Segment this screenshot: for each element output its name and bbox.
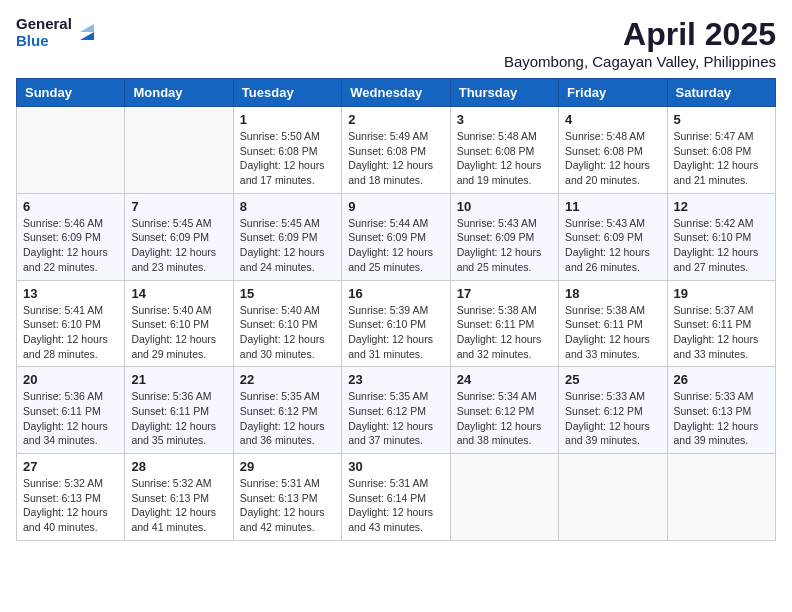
day-cell: 16Sunrise: 5:39 AM Sunset: 6:10 PM Dayli… (342, 280, 450, 367)
day-number: 11 (565, 199, 660, 214)
day-info: Sunrise: 5:36 AM Sunset: 6:11 PM Dayligh… (131, 389, 226, 448)
day-info: Sunrise: 5:32 AM Sunset: 6:13 PM Dayligh… (23, 476, 118, 535)
day-number: 21 (131, 372, 226, 387)
day-info: Sunrise: 5:37 AM Sunset: 6:11 PM Dayligh… (674, 303, 769, 362)
day-cell: 15Sunrise: 5:40 AM Sunset: 6:10 PM Dayli… (233, 280, 341, 367)
page-header: General Blue April 2025 Bayombong, Cagay… (16, 16, 776, 70)
day-cell (450, 454, 558, 541)
day-info: Sunrise: 5:31 AM Sunset: 6:14 PM Dayligh… (348, 476, 443, 535)
day-cell: 4Sunrise: 5:48 AM Sunset: 6:08 PM Daylig… (559, 107, 667, 194)
weekday-header-row: SundayMondayTuesdayWednesdayThursdayFrid… (17, 79, 776, 107)
day-cell: 9Sunrise: 5:44 AM Sunset: 6:09 PM Daylig… (342, 193, 450, 280)
day-number: 22 (240, 372, 335, 387)
day-info: Sunrise: 5:33 AM Sunset: 6:12 PM Dayligh… (565, 389, 660, 448)
day-info: Sunrise: 5:33 AM Sunset: 6:13 PM Dayligh… (674, 389, 769, 448)
day-info: Sunrise: 5:45 AM Sunset: 6:09 PM Dayligh… (240, 216, 335, 275)
month-title: April 2025 (504, 16, 776, 53)
day-number: 9 (348, 199, 443, 214)
weekday-header-tuesday: Tuesday (233, 79, 341, 107)
day-number: 20 (23, 372, 118, 387)
day-info: Sunrise: 5:46 AM Sunset: 6:09 PM Dayligh… (23, 216, 118, 275)
title-block: April 2025 Bayombong, Cagayan Valley, Ph… (504, 16, 776, 70)
day-cell: 21Sunrise: 5:36 AM Sunset: 6:11 PM Dayli… (125, 367, 233, 454)
day-info: Sunrise: 5:40 AM Sunset: 6:10 PM Dayligh… (131, 303, 226, 362)
calendar-table: SundayMondayTuesdayWednesdayThursdayFrid… (16, 78, 776, 541)
logo-container: General Blue (16, 16, 98, 49)
day-cell: 17Sunrise: 5:38 AM Sunset: 6:11 PM Dayli… (450, 280, 558, 367)
day-number: 29 (240, 459, 335, 474)
day-cell: 30Sunrise: 5:31 AM Sunset: 6:14 PM Dayli… (342, 454, 450, 541)
logo-triangle-icon (76, 22, 98, 44)
weekday-header-wednesday: Wednesday (342, 79, 450, 107)
day-cell: 8Sunrise: 5:45 AM Sunset: 6:09 PM Daylig… (233, 193, 341, 280)
logo-general: General (16, 16, 72, 33)
logo-blue: Blue (16, 33, 72, 50)
day-number: 2 (348, 112, 443, 127)
day-number: 25 (565, 372, 660, 387)
svg-marker-0 (80, 32, 94, 40)
week-row-4: 20Sunrise: 5:36 AM Sunset: 6:11 PM Dayli… (17, 367, 776, 454)
day-info: Sunrise: 5:42 AM Sunset: 6:10 PM Dayligh… (674, 216, 769, 275)
week-row-5: 27Sunrise: 5:32 AM Sunset: 6:13 PM Dayli… (17, 454, 776, 541)
day-cell: 11Sunrise: 5:43 AM Sunset: 6:09 PM Dayli… (559, 193, 667, 280)
logo: General Blue (16, 16, 98, 49)
day-info: Sunrise: 5:45 AM Sunset: 6:09 PM Dayligh… (131, 216, 226, 275)
day-info: Sunrise: 5:43 AM Sunset: 6:09 PM Dayligh… (457, 216, 552, 275)
day-info: Sunrise: 5:31 AM Sunset: 6:13 PM Dayligh… (240, 476, 335, 535)
day-cell: 12Sunrise: 5:42 AM Sunset: 6:10 PM Dayli… (667, 193, 775, 280)
day-info: Sunrise: 5:48 AM Sunset: 6:08 PM Dayligh… (457, 129, 552, 188)
day-number: 16 (348, 286, 443, 301)
day-number: 5 (674, 112, 769, 127)
day-number: 6 (23, 199, 118, 214)
day-info: Sunrise: 5:48 AM Sunset: 6:08 PM Dayligh… (565, 129, 660, 188)
week-row-1: 1Sunrise: 5:50 AM Sunset: 6:08 PM Daylig… (17, 107, 776, 194)
day-cell: 29Sunrise: 5:31 AM Sunset: 6:13 PM Dayli… (233, 454, 341, 541)
day-cell (667, 454, 775, 541)
day-info: Sunrise: 5:44 AM Sunset: 6:09 PM Dayligh… (348, 216, 443, 275)
weekday-header-saturday: Saturday (667, 79, 775, 107)
weekday-header-monday: Monday (125, 79, 233, 107)
day-number: 1 (240, 112, 335, 127)
day-info: Sunrise: 5:40 AM Sunset: 6:10 PM Dayligh… (240, 303, 335, 362)
day-info: Sunrise: 5:39 AM Sunset: 6:10 PM Dayligh… (348, 303, 443, 362)
day-cell: 2Sunrise: 5:49 AM Sunset: 6:08 PM Daylig… (342, 107, 450, 194)
weekday-header-thursday: Thursday (450, 79, 558, 107)
day-number: 23 (348, 372, 443, 387)
day-info: Sunrise: 5:38 AM Sunset: 6:11 PM Dayligh… (457, 303, 552, 362)
weekday-header-sunday: Sunday (17, 79, 125, 107)
day-number: 4 (565, 112, 660, 127)
day-number: 28 (131, 459, 226, 474)
day-cell: 13Sunrise: 5:41 AM Sunset: 6:10 PM Dayli… (17, 280, 125, 367)
day-cell: 23Sunrise: 5:35 AM Sunset: 6:12 PM Dayli… (342, 367, 450, 454)
day-info: Sunrise: 5:49 AM Sunset: 6:08 PM Dayligh… (348, 129, 443, 188)
day-number: 15 (240, 286, 335, 301)
day-number: 14 (131, 286, 226, 301)
day-number: 12 (674, 199, 769, 214)
day-cell (125, 107, 233, 194)
day-cell: 18Sunrise: 5:38 AM Sunset: 6:11 PM Dayli… (559, 280, 667, 367)
day-number: 30 (348, 459, 443, 474)
day-info: Sunrise: 5:47 AM Sunset: 6:08 PM Dayligh… (674, 129, 769, 188)
day-cell: 28Sunrise: 5:32 AM Sunset: 6:13 PM Dayli… (125, 454, 233, 541)
day-number: 7 (131, 199, 226, 214)
location-subtitle: Bayombong, Cagayan Valley, Philippines (504, 53, 776, 70)
day-info: Sunrise: 5:35 AM Sunset: 6:12 PM Dayligh… (240, 389, 335, 448)
day-info: Sunrise: 5:36 AM Sunset: 6:11 PM Dayligh… (23, 389, 118, 448)
logo-text: General Blue (16, 16, 72, 49)
day-cell (559, 454, 667, 541)
day-number: 24 (457, 372, 552, 387)
day-number: 3 (457, 112, 552, 127)
day-info: Sunrise: 5:32 AM Sunset: 6:13 PM Dayligh… (131, 476, 226, 535)
day-number: 26 (674, 372, 769, 387)
day-cell: 22Sunrise: 5:35 AM Sunset: 6:12 PM Dayli… (233, 367, 341, 454)
week-row-2: 6Sunrise: 5:46 AM Sunset: 6:09 PM Daylig… (17, 193, 776, 280)
day-cell: 10Sunrise: 5:43 AM Sunset: 6:09 PM Dayli… (450, 193, 558, 280)
day-number: 10 (457, 199, 552, 214)
day-cell: 27Sunrise: 5:32 AM Sunset: 6:13 PM Dayli… (17, 454, 125, 541)
svg-marker-1 (80, 24, 94, 32)
weekday-header-friday: Friday (559, 79, 667, 107)
day-number: 19 (674, 286, 769, 301)
day-number: 18 (565, 286, 660, 301)
day-cell (17, 107, 125, 194)
day-number: 17 (457, 286, 552, 301)
